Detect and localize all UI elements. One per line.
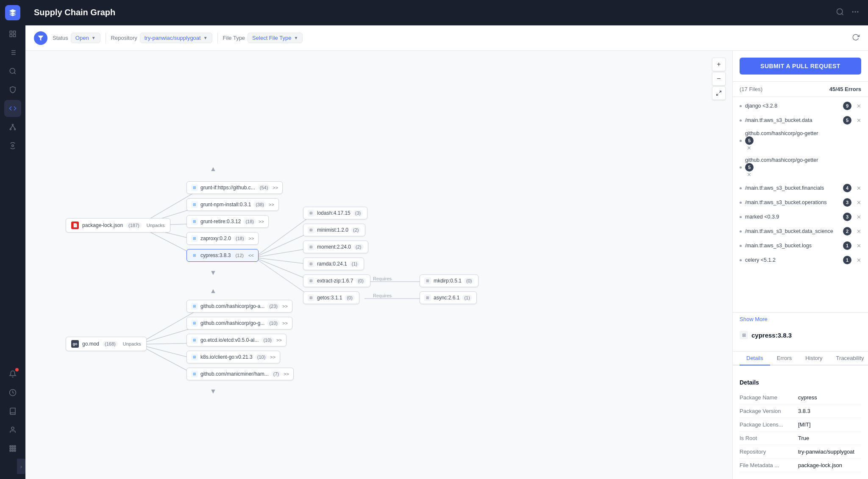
- node-label-manicminer: github.com/manicminer/ham...: [200, 371, 269, 377]
- node-label-package-lock: package-lock.json: [82, 222, 123, 228]
- sidebar-item-list[interactable]: [4, 44, 21, 61]
- repository-dropdown[interactable]: try-panwiac/supplygoat ▼: [140, 33, 212, 43]
- tab-history[interactable]: History: [798, 352, 829, 365]
- node-ramda[interactable]: ⊞ ramda:0.24.1 (1): [303, 257, 364, 270]
- error-close-icon[interactable]: ✕: [857, 214, 861, 220]
- sidebar-item-apps[interactable]: [4, 440, 21, 457]
- error-close-icon[interactable]: ✕: [857, 243, 861, 249]
- zoom-in-button[interactable]: +: [712, 58, 726, 71]
- graph-area: ▲ 📄 package-lock.json (187) Unpacks ⊞ gr…: [25, 51, 732, 479]
- tab-errors[interactable]: Errors: [770, 352, 798, 365]
- sidebar-item-shield[interactable]: [4, 81, 21, 98]
- repository-chevron-icon: ▼: [203, 36, 208, 40]
- graph-scroll-up-1[interactable]: ▲: [210, 165, 217, 173]
- node-icon-async: ⊞: [424, 294, 431, 301]
- error-item[interactable]: django <3.2.8 9 ✕: [733, 99, 868, 113]
- error-name: /main.tf:aws_s3_bucket.operations: [745, 199, 840, 205]
- fullscreen-button[interactable]: [712, 86, 726, 100]
- svg-point-29: [852, 11, 854, 12]
- error-item[interactable]: /main.tf:aws_s3_bucket.data 5 ✕: [733, 113, 868, 127]
- node-go-etcd[interactable]: ⊞ go.etcd.io/etcd:v0.5.0-al... (10) >>: [186, 334, 287, 346]
- error-item[interactable]: github.com/hashicorp/go-getter 5 ✕: [733, 127, 868, 154]
- node-manicminer[interactable]: ⊞ github.com/manicminer/ham... (7) >>: [186, 368, 294, 380]
- sidebar-item-scan[interactable]: [4, 63, 21, 80]
- node-icon-grunt-retire: ⊞: [191, 218, 198, 225]
- error-item[interactable]: github.com/hashicorp/go-getter 5 ✕: [733, 154, 868, 181]
- error-name: django <3.2.8: [745, 103, 840, 109]
- svg-rect-24: [14, 448, 16, 449]
- package-icon: ⊞: [740, 331, 748, 339]
- node-label-grunt-npm: grunt-npm-install:0.3.1: [200, 202, 251, 208]
- error-item[interactable]: /main.tf:aws_s3_bucket.logs 1 ✕: [733, 238, 868, 253]
- show-more-button[interactable]: Show More: [733, 313, 868, 326]
- detail-key: File Metadata ...: [740, 462, 795, 468]
- errors-count: 45/45 Errors: [829, 86, 861, 92]
- error-close-icon[interactable]: ✕: [857, 117, 861, 124]
- svg-point-18: [11, 427, 14, 429]
- node-label-lodash: lodash:4.17.15: [317, 210, 351, 216]
- error-close-icon[interactable]: ✕: [857, 199, 861, 206]
- node-grunt-https[interactable]: ⊞ grunt-if:https://github.c... (54) >>: [186, 181, 283, 194]
- error-name: /main.tf:aws_s3_bucket.data_science: [745, 228, 840, 234]
- node-github-hashicorp-a[interactable]: ⊞ github.com/hashicorp/go-a... (23) >>: [186, 300, 292, 313]
- svg-point-30: [854, 11, 856, 12]
- tab-details[interactable]: Details: [740, 352, 770, 365]
- error-badge: 5: [745, 163, 754, 172]
- files-header: (17 Files) 45/45 Errors: [733, 82, 868, 97]
- graph-scroll-up-2[interactable]: ▲: [210, 287, 217, 295]
- submit-pull-request-button[interactable]: SUBMIT A PULL REQUEST: [740, 58, 861, 75]
- node-github-hashicorp-g[interactable]: ⊞ github.com/hashicorp/go-g... (10) >>: [186, 317, 292, 329]
- node-k8s-client[interactable]: ⊞ k8s.io/client-go:v0.21.3 (10) >>: [186, 351, 280, 363]
- node-label-getos: getos:3.1.1: [317, 295, 342, 301]
- node-cypress[interactable]: ⊞ cypress:3.8.3 (12) <<: [186, 249, 259, 262]
- filetype-dropdown[interactable]: Select File Type ▼: [248, 33, 303, 43]
- node-grunt-npm[interactable]: ⊞ grunt-npm-install:0.3.1 (38) >>: [186, 198, 279, 211]
- refresh-icon[interactable]: [852, 33, 860, 42]
- error-item[interactable]: /main.tf:aws_s3_bucket.operations 3 ✕: [733, 195, 868, 210]
- sidebar-item-book[interactable]: [4, 403, 21, 420]
- error-close-icon[interactable]: ✕: [857, 228, 861, 235]
- node-zaproxy[interactable]: ⊞ zaproxy:0.2.0 (18) >>: [186, 232, 259, 245]
- node-moment[interactable]: ⊞ moment:2.24.0 (2): [303, 241, 368, 253]
- node-go-mod[interactable]: go go.mod (168) Unpacks: [66, 337, 147, 351]
- error-dot: [740, 202, 742, 204]
- error-item[interactable]: /main.tf:aws_s3_bucket.data_science 2 ✕: [733, 224, 868, 238]
- node-count-grunt-npm: (38): [253, 202, 266, 208]
- node-async[interactable]: ⊞ async:2.6.1 (1): [420, 291, 477, 304]
- node-count-manicminer: (7): [271, 371, 281, 377]
- search-icon[interactable]: [836, 8, 844, 17]
- error-item[interactable]: /main.tf:aws_s3_bucket.financials 4 ✕: [733, 181, 868, 195]
- zoom-out-button[interactable]: −: [712, 72, 726, 86]
- sidebar-item-settings-top[interactable]: [4, 137, 21, 154]
- sidebar-item-alert[interactable]: [4, 365, 21, 382]
- node-label-cypress: cypress:3.8.3: [200, 252, 231, 258]
- node-mkdirp[interactable]: ⊞ mkdirp:0.5.1 (0): [420, 274, 479, 287]
- error-item[interactable]: celery <5.1.2 1 ✕: [733, 253, 868, 267]
- tab-traceability[interactable]: Traceability: [829, 352, 868, 365]
- error-close-icon[interactable]: ✕: [857, 185, 861, 191]
- node-arrow-hashicorp-g: >>: [282, 321, 288, 326]
- more-options-icon[interactable]: [851, 8, 860, 17]
- sidebar-item-dashboard[interactable]: [4, 25, 21, 42]
- error-close-icon[interactable]: ✕: [857, 257, 861, 263]
- error-item[interactable]: marked <0.3.9 3 ✕: [733, 210, 868, 224]
- graph-scroll-down-2[interactable]: ▼: [210, 388, 217, 395]
- error-close-icon[interactable]: ✕: [747, 172, 751, 178]
- node-package-lock[interactable]: 📄 package-lock.json (187) Unpacks: [66, 218, 170, 233]
- error-close-icon[interactable]: ✕: [747, 145, 751, 151]
- graph-scroll-down-1[interactable]: ▼: [210, 269, 217, 277]
- sidebar-item-code[interactable]: [4, 100, 21, 117]
- node-extract-zip[interactable]: ⊞ extract-zip:1.6.7 (0): [303, 274, 370, 287]
- node-arrow-manicminer: >>: [284, 371, 289, 377]
- node-lodash[interactable]: ⊞ lodash:4.17.15 (3): [303, 207, 367, 219]
- node-label-grunt-https: grunt-if:https://github.c...: [200, 185, 255, 191]
- status-dropdown[interactable]: Open ▼: [71, 33, 100, 43]
- repository-label: Repository: [111, 35, 137, 41]
- node-grunt-retire[interactable]: ⊞ grunt-retire:0.3.12 (18) >>: [186, 215, 269, 228]
- sidebar-item-user[interactable]: [4, 421, 21, 438]
- sidebar-item-network[interactable]: [4, 119, 21, 136]
- error-close-icon[interactable]: ✕: [857, 103, 861, 109]
- sidebar-expand-btn[interactable]: ›: [17, 459, 25, 474]
- node-getos[interactable]: ⊞ getos:3.1.1 (0): [303, 291, 359, 304]
- node-minimist[interactable]: ⊞ minimist:1.2.0 (2): [303, 224, 365, 236]
